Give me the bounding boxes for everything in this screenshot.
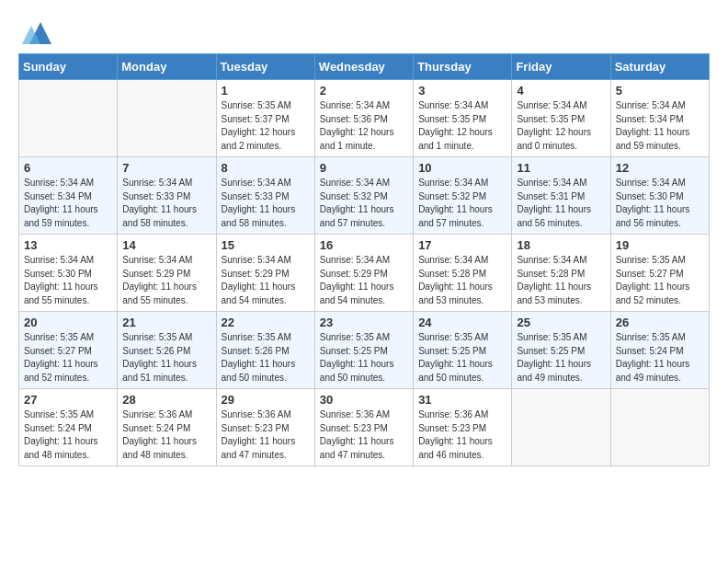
column-header-tuesday: Tuesday bbox=[216, 54, 314, 80]
calendar-cell: 10Sunrise: 5:34 AM Sunset: 5:32 PM Dayli… bbox=[414, 157, 512, 235]
calendar-cell bbox=[610, 389, 709, 466]
calendar-cell: 23Sunrise: 5:35 AM Sunset: 5:25 PM Dayli… bbox=[314, 312, 413, 389]
day-number: 7 bbox=[122, 161, 210, 175]
calendar-cell: 20Sunrise: 5:35 AM Sunset: 5:27 PM Dayli… bbox=[19, 312, 118, 389]
day-info: Sunrise: 5:34 AM Sunset: 5:28 PM Dayligh… bbox=[418, 254, 506, 307]
day-info: Sunrise: 5:34 AM Sunset: 5:33 PM Dayligh… bbox=[222, 177, 310, 230]
day-info: Sunrise: 5:34 AM Sunset: 5:35 PM Dayligh… bbox=[517, 99, 605, 153]
day-number: 6 bbox=[24, 161, 112, 175]
calendar-cell: 6Sunrise: 5:34 AM Sunset: 5:34 PM Daylig… bbox=[19, 157, 118, 235]
column-header-sunday: Sunday bbox=[19, 54, 118, 80]
day-info: Sunrise: 5:35 AM Sunset: 5:25 PM Dayligh… bbox=[517, 331, 605, 385]
calendar-cell: 14Sunrise: 5:34 AM Sunset: 5:29 PM Dayli… bbox=[118, 235, 216, 312]
day-number: 12 bbox=[616, 161, 704, 175]
day-info: Sunrise: 5:34 AM Sunset: 5:32 PM Dayligh… bbox=[320, 177, 408, 230]
day-info: Sunrise: 5:34 AM Sunset: 5:29 PM Dayligh… bbox=[122, 254, 210, 307]
day-info: Sunrise: 5:36 AM Sunset: 5:24 PM Dayligh… bbox=[122, 408, 210, 462]
calendar-week-row: 1Sunrise: 5:35 AM Sunset: 5:37 PM Daylig… bbox=[19, 80, 710, 157]
day-number: 26 bbox=[616, 316, 704, 329]
day-info: Sunrise: 5:34 AM Sunset: 5:35 PM Dayligh… bbox=[418, 99, 506, 153]
day-number: 19 bbox=[616, 238, 704, 252]
calendar-cell: 24Sunrise: 5:35 AM Sunset: 5:25 PM Dayli… bbox=[414, 312, 512, 389]
day-number: 5 bbox=[616, 84, 704, 98]
day-info: Sunrise: 5:35 AM Sunset: 5:27 PM Dayligh… bbox=[616, 254, 704, 307]
column-header-saturday: Saturday bbox=[610, 54, 709, 80]
day-info: Sunrise: 5:36 AM Sunset: 5:23 PM Dayligh… bbox=[418, 408, 506, 462]
calendar-cell: 18Sunrise: 5:34 AM Sunset: 5:28 PM Dayli… bbox=[512, 235, 610, 312]
day-number: 2 bbox=[320, 84, 408, 98]
calendar-week-row: 6Sunrise: 5:34 AM Sunset: 5:34 PM Daylig… bbox=[19, 157, 710, 235]
day-info: Sunrise: 5:34 AM Sunset: 5:30 PM Dayligh… bbox=[24, 254, 112, 307]
column-header-friday: Friday bbox=[512, 54, 610, 80]
calendar-week-row: 20Sunrise: 5:35 AM Sunset: 5:27 PM Dayli… bbox=[19, 312, 710, 389]
calendar-cell: 15Sunrise: 5:34 AM Sunset: 5:29 PM Dayli… bbox=[216, 235, 314, 312]
calendar-cell: 25Sunrise: 5:35 AM Sunset: 5:25 PM Dayli… bbox=[512, 312, 610, 389]
calendar-cell bbox=[118, 80, 216, 157]
calendar-cell: 21Sunrise: 5:35 AM Sunset: 5:26 PM Dayli… bbox=[118, 312, 216, 389]
day-info: Sunrise: 5:35 AM Sunset: 5:24 PM Dayligh… bbox=[616, 331, 704, 385]
logo bbox=[18, 18, 51, 44]
calendar-cell: 30Sunrise: 5:36 AM Sunset: 5:23 PM Dayli… bbox=[314, 389, 413, 466]
day-number: 27 bbox=[24, 393, 112, 407]
day-info: Sunrise: 5:34 AM Sunset: 5:34 PM Dayligh… bbox=[24, 177, 112, 230]
calendar-cell: 7Sunrise: 5:34 AM Sunset: 5:33 PM Daylig… bbox=[118, 157, 216, 235]
day-number: 29 bbox=[222, 393, 310, 407]
column-header-thursday: Thursday bbox=[414, 54, 512, 80]
day-number: 9 bbox=[320, 161, 408, 175]
day-info: Sunrise: 5:35 AM Sunset: 5:25 PM Dayligh… bbox=[418, 331, 506, 385]
column-header-wednesday: Wednesday bbox=[314, 54, 413, 80]
day-number: 16 bbox=[320, 238, 408, 252]
calendar-cell: 27Sunrise: 5:35 AM Sunset: 5:24 PM Dayli… bbox=[19, 389, 118, 466]
page-header bbox=[18, 18, 710, 44]
calendar-cell bbox=[512, 389, 610, 466]
day-number: 3 bbox=[418, 84, 506, 98]
calendar-header-row: SundayMondayTuesdayWednesdayThursdayFrid… bbox=[19, 54, 710, 80]
calendar-cell: 22Sunrise: 5:35 AM Sunset: 5:26 PM Dayli… bbox=[216, 312, 314, 389]
calendar-cell: 2Sunrise: 5:34 AM Sunset: 5:36 PM Daylig… bbox=[314, 80, 413, 157]
day-info: Sunrise: 5:34 AM Sunset: 5:31 PM Dayligh… bbox=[517, 177, 605, 230]
calendar-cell: 4Sunrise: 5:34 AM Sunset: 5:35 PM Daylig… bbox=[512, 80, 610, 157]
day-number: 25 bbox=[517, 316, 605, 329]
day-info: Sunrise: 5:34 AM Sunset: 5:34 PM Dayligh… bbox=[616, 99, 704, 153]
calendar-cell: 16Sunrise: 5:34 AM Sunset: 5:29 PM Dayli… bbox=[314, 235, 413, 312]
calendar-cell: 29Sunrise: 5:36 AM Sunset: 5:23 PM Dayli… bbox=[216, 389, 314, 466]
day-number: 10 bbox=[418, 161, 506, 175]
calendar-table: SundayMondayTuesdayWednesdayThursdayFrid… bbox=[18, 53, 710, 466]
day-number: 23 bbox=[320, 316, 408, 329]
day-info: Sunrise: 5:35 AM Sunset: 5:26 PM Dayligh… bbox=[122, 331, 210, 385]
day-info: Sunrise: 5:36 AM Sunset: 5:23 PM Dayligh… bbox=[320, 408, 408, 462]
day-number: 28 bbox=[122, 393, 210, 407]
calendar-cell: 1Sunrise: 5:35 AM Sunset: 5:37 PM Daylig… bbox=[216, 80, 314, 157]
calendar-cell: 26Sunrise: 5:35 AM Sunset: 5:24 PM Dayli… bbox=[610, 312, 709, 389]
day-info: Sunrise: 5:35 AM Sunset: 5:25 PM Dayligh… bbox=[320, 331, 408, 385]
day-number: 30 bbox=[320, 393, 408, 407]
calendar-cell: 5Sunrise: 5:34 AM Sunset: 5:34 PM Daylig… bbox=[610, 80, 709, 157]
logo-icon bbox=[22, 18, 51, 44]
calendar-cell: 28Sunrise: 5:36 AM Sunset: 5:24 PM Dayli… bbox=[118, 389, 216, 466]
day-info: Sunrise: 5:34 AM Sunset: 5:30 PM Dayligh… bbox=[616, 177, 704, 230]
day-info: Sunrise: 5:34 AM Sunset: 5:36 PM Dayligh… bbox=[320, 99, 408, 153]
day-info: Sunrise: 5:35 AM Sunset: 5:24 PM Dayligh… bbox=[24, 408, 112, 462]
calendar-cell: 17Sunrise: 5:34 AM Sunset: 5:28 PM Dayli… bbox=[414, 235, 512, 312]
day-number: 18 bbox=[517, 238, 605, 252]
day-number: 8 bbox=[222, 161, 310, 175]
day-number: 15 bbox=[222, 238, 310, 252]
day-number: 14 bbox=[122, 238, 210, 252]
day-info: Sunrise: 5:35 AM Sunset: 5:26 PM Dayligh… bbox=[222, 331, 310, 385]
calendar-cell: 31Sunrise: 5:36 AM Sunset: 5:23 PM Dayli… bbox=[414, 389, 512, 466]
calendar-cell: 8Sunrise: 5:34 AM Sunset: 5:33 PM Daylig… bbox=[216, 157, 314, 235]
calendar-cell: 13Sunrise: 5:34 AM Sunset: 5:30 PM Dayli… bbox=[19, 235, 118, 312]
day-number: 24 bbox=[418, 316, 506, 329]
calendar-cell: 3Sunrise: 5:34 AM Sunset: 5:35 PM Daylig… bbox=[414, 80, 512, 157]
calendar-week-row: 27Sunrise: 5:35 AM Sunset: 5:24 PM Dayli… bbox=[19, 389, 710, 466]
day-number: 17 bbox=[418, 238, 506, 252]
day-number: 4 bbox=[517, 84, 605, 98]
column-header-monday: Monday bbox=[118, 54, 216, 80]
day-info: Sunrise: 5:34 AM Sunset: 5:29 PM Dayligh… bbox=[320, 254, 408, 307]
calendar-cell: 11Sunrise: 5:34 AM Sunset: 5:31 PM Dayli… bbox=[512, 157, 610, 235]
day-number: 1 bbox=[222, 84, 310, 98]
day-info: Sunrise: 5:36 AM Sunset: 5:23 PM Dayligh… bbox=[222, 408, 310, 462]
day-info: Sunrise: 5:35 AM Sunset: 5:37 PM Dayligh… bbox=[222, 99, 310, 153]
day-number: 22 bbox=[222, 316, 310, 329]
day-number: 11 bbox=[517, 161, 605, 175]
